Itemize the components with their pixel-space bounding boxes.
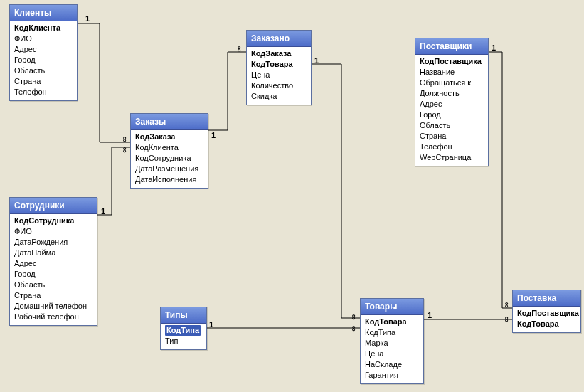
entity-types-fields: КодТипаТип <box>161 324 206 349</box>
entity-field[interactable]: КодСотрудника <box>135 153 203 164</box>
entity-field[interactable]: Страна <box>14 290 92 301</box>
card-many-ordered: ∞ <box>235 46 244 52</box>
entity-field[interactable]: Город <box>420 110 484 120</box>
entity-field[interactable]: КодЗаказа <box>251 48 307 59</box>
entity-field[interactable]: ФИО <box>14 33 73 44</box>
entity-field[interactable]: КодСотрудника <box>14 216 92 226</box>
entity-field[interactable]: Область <box>14 280 92 290</box>
entity-products[interactable]: Товары КодТовараКодТипаМаркаЦенаНаСкладе… <box>360 298 424 384</box>
entity-field[interactable]: КодТовара <box>365 317 419 327</box>
entity-field[interactable]: Марка <box>365 338 419 349</box>
entity-field[interactable]: Количество <box>251 80 307 91</box>
entity-orderDetails[interactable]: Заказано КодЗаказаКодТовараЦенаКоличеств… <box>246 30 312 105</box>
entity-orders[interactable]: Заказы КодЗаказаКодКлиентаКодСотрудникаД… <box>130 113 208 189</box>
entity-field[interactable]: НаСкладе <box>365 359 419 370</box>
entity-supply-title[interactable]: Поставка <box>513 290 580 307</box>
entity-field[interactable]: Адрес <box>420 99 484 110</box>
entity-field[interactable]: КодПоставщика <box>517 308 576 319</box>
entity-field[interactable]: КодЗаказа <box>135 132 203 142</box>
entity-field[interactable]: Домашний телефон <box>14 301 92 312</box>
entity-orders-fields: КодЗаказаКодКлиентаКодСотрудникаДатаРазм… <box>131 130 208 188</box>
card-one-employees: 1 <box>101 207 105 216</box>
entity-field[interactable]: Город <box>14 269 92 280</box>
card-one-products-supply: 1 <box>428 311 432 319</box>
entity-field[interactable]: КодТовара <box>251 59 307 70</box>
entity-field[interactable]: Должность <box>420 88 484 99</box>
entity-orderDetails-fields: КодЗаказаКодТовараЦенаКоличествоСкидка <box>247 47 311 105</box>
entity-field[interactable]: Тип <box>165 336 202 346</box>
card-one-clients: 1 <box>85 14 90 23</box>
entity-field[interactable]: Страна <box>420 131 484 142</box>
entity-field[interactable]: Рабочий телефон <box>14 312 92 322</box>
entity-suppliers-fields: КодПоставщикаНазваниеОбращаться кДолжнос… <box>415 55 488 166</box>
entity-field[interactable]: ДатаРождения <box>14 237 92 248</box>
card-one-ordered-prod: 1 <box>314 56 319 65</box>
entity-supply[interactable]: Поставка КодПоставщикаКодТовара <box>512 290 581 333</box>
entity-products-fields: КодТовараКодТипаМаркаЦенаНаСкладеГаранти… <box>361 315 423 383</box>
card-one-orders: 1 <box>211 131 216 139</box>
entity-employees[interactable]: Сотрудники КодСотрудникаФИОДатаРожденияД… <box>9 197 97 326</box>
entity-field[interactable]: Город <box>14 55 73 65</box>
entity-field[interactable]: КодТовара <box>517 319 576 329</box>
entity-orders-title[interactable]: Заказы <box>131 114 208 130</box>
entity-types[interactable]: Типы КодТипаТип <box>160 307 207 350</box>
entity-employees-fields: КодСотрудникаФИОДатаРожденияДатаНаймаАдр… <box>10 214 97 325</box>
entity-field[interactable]: Адрес <box>14 258 92 269</box>
er-diagram-canvas: 1 ∞ 1 ∞ 1 ∞ 1 ∞ 1 ∞ 1 ∞ 1 ∞ Клиенты КодК… <box>0 0 584 392</box>
entity-products-title[interactable]: Товары <box>361 299 423 315</box>
entity-orderDetails-title[interactable]: Заказано <box>247 31 311 47</box>
entity-field[interactable]: ДатаНайма <box>14 248 92 258</box>
entity-clients-fields: КодКлиентаФИОАдресГородОбластьСтранаТеле… <box>10 21 77 100</box>
entity-field[interactable]: ФИО <box>14 226 92 237</box>
card-many-supply-prod: ∞ <box>503 317 511 322</box>
entity-field[interactable]: Область <box>14 65 73 76</box>
entity-field[interactable]: Цена <box>251 70 307 80</box>
entity-field[interactable]: КодКлиента <box>135 142 203 153</box>
entity-field[interactable]: Телефон <box>420 142 484 152</box>
entity-clients[interactable]: Клиенты КодКлиентаФИОАдресГородОбластьСт… <box>9 4 78 101</box>
entity-clients-title[interactable]: Клиенты <box>10 5 77 21</box>
entity-field[interactable]: WebСтраница <box>420 152 484 163</box>
entity-field[interactable]: КодТипа <box>365 327 419 338</box>
entity-field[interactable]: Область <box>420 120 484 131</box>
card-many-orders-emp: ∞ <box>121 147 129 153</box>
entity-field[interactable]: ДатаРазмещения <box>135 164 203 174</box>
entity-field[interactable]: Адрес <box>14 44 73 55</box>
card-many-supply-sup: ∞ <box>503 302 511 308</box>
card-many-orders-client: ∞ <box>121 137 129 142</box>
entity-suppliers-title[interactable]: Поставщики <box>415 38 488 55</box>
entity-field[interactable]: КодТипа <box>165 325 202 336</box>
entity-suppliers[interactable]: Поставщики КодПоставщикаНазваниеОбращать… <box>415 38 489 166</box>
card-one-suppliers: 1 <box>492 43 496 52</box>
entity-field[interactable]: Цена <box>365 349 419 359</box>
entity-field[interactable]: КодПоставщика <box>420 56 484 67</box>
entity-field[interactable]: ДатаИсполнения <box>135 174 203 185</box>
entity-supply-fields: КодПоставщикаКодТовара <box>513 307 580 332</box>
entity-types-title[interactable]: Типы <box>161 307 206 324</box>
card-one-types: 1 <box>209 320 213 329</box>
card-many-products-type: ∞ <box>350 326 359 332</box>
entity-field[interactable]: Страна <box>14 76 73 87</box>
entity-employees-title[interactable]: Сотрудники <box>10 198 97 214</box>
entity-field[interactable]: Обращаться к <box>420 78 484 88</box>
entity-field[interactable]: КодКлиента <box>14 23 73 33</box>
entity-field[interactable]: Гарантия <box>365 370 419 381</box>
entity-field[interactable]: Скидка <box>251 91 307 102</box>
entity-field[interactable]: Название <box>420 67 484 78</box>
card-many-products-ord: ∞ <box>350 314 359 320</box>
entity-field[interactable]: Телефон <box>14 87 73 97</box>
